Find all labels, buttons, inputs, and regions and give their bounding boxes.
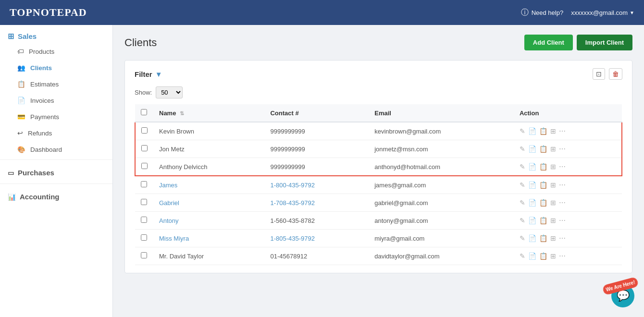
row-checkbox-cell xyxy=(135,194,153,212)
table-icon[interactable]: ⊞ xyxy=(550,234,556,242)
edit-icon[interactable]: ✎ xyxy=(520,127,525,135)
row-contact[interactable]: 1-800-435-9792 xyxy=(264,176,369,194)
filter-icon: ▼ xyxy=(155,70,162,78)
row-contact: 01-45678912 xyxy=(264,247,369,265)
more-icon[interactable]: ⋯ xyxy=(559,127,566,135)
more-icon[interactable]: ⋯ xyxy=(559,252,566,260)
help-icon: ⓘ xyxy=(521,8,529,18)
import-client-button[interactable]: Import Client xyxy=(577,35,632,50)
more-icon[interactable]: ⋯ xyxy=(559,199,566,207)
sidebar-item-payments[interactable]: 💳 Payments xyxy=(0,109,112,125)
document-icon[interactable]: 📄 xyxy=(528,163,536,171)
row-contact: 9999999999 xyxy=(264,122,369,140)
row-checkbox[interactable] xyxy=(141,163,148,169)
table-icon[interactable]: ⊞ xyxy=(550,199,556,207)
row-checkbox[interactable] xyxy=(141,199,147,205)
document-icon[interactable]: 📄 xyxy=(528,234,536,242)
export-icon-button[interactable]: ⊡ xyxy=(593,68,605,80)
document-icon[interactable]: 📄 xyxy=(528,199,536,207)
page-header: Clients Add Client Import Client xyxy=(124,35,632,50)
sidebar-item-estimates[interactable]: 📋 Estimates xyxy=(0,76,112,92)
row-checkbox[interactable] xyxy=(141,181,147,187)
row-checkbox[interactable] xyxy=(141,217,147,223)
action-icons: ✎ 📄 📋 ⊞ ⋯ xyxy=(520,127,616,135)
row-action-cell: ✎ 📄 📋 ⊞ ⋯ xyxy=(514,247,622,265)
edit-icon[interactable]: ✎ xyxy=(520,163,525,171)
row-checkbox[interactable] xyxy=(141,252,147,258)
row-name[interactable]: Gabriel xyxy=(153,194,264,212)
row-action-cell: ✎ 📄 📋 ⊞ ⋯ xyxy=(514,176,622,194)
action-icons: ✎ 📄 📋 ⊞ ⋯ xyxy=(520,252,616,260)
name-sort-icon: ⇅ xyxy=(180,110,184,116)
select-all-checkbox[interactable] xyxy=(141,109,147,115)
table-icon[interactable]: ⊞ xyxy=(550,127,556,135)
row-action-cell: ✎ 📄 📋 ⊞ ⋯ xyxy=(514,140,622,158)
copy-icon[interactable]: 📋 xyxy=(539,199,547,207)
sidebar-item-invoices[interactable]: 📄 Invoices xyxy=(0,92,112,109)
document-icon[interactable]: 📄 xyxy=(528,181,536,189)
copy-icon[interactable]: 📋 xyxy=(539,145,547,153)
show-select[interactable]: 50 25 100 xyxy=(156,86,183,98)
table-icon[interactable]: ⊞ xyxy=(550,217,556,224)
row-contact[interactable]: 1-708-435-9792 xyxy=(264,194,369,212)
row-checkbox[interactable] xyxy=(141,127,148,134)
row-email: kevinbrown@gmail.com xyxy=(369,122,514,140)
copy-icon[interactable]: 📋 xyxy=(539,181,547,189)
document-icon[interactable]: 📄 xyxy=(528,145,536,153)
sidebar-divider2 xyxy=(0,183,112,184)
copy-icon[interactable]: 📋 xyxy=(539,217,547,224)
edit-icon[interactable]: ✎ xyxy=(520,199,525,207)
more-icon[interactable]: ⋯ xyxy=(559,145,566,153)
more-icon[interactable]: ⋯ xyxy=(559,181,566,189)
row-action-cell: ✎ 📄 📋 ⊞ ⋯ xyxy=(514,230,622,247)
edit-icon[interactable]: ✎ xyxy=(520,145,525,153)
copy-icon[interactable]: 📋 xyxy=(539,234,547,242)
document-icon[interactable]: 📄 xyxy=(528,127,536,135)
delete-icon-button[interactable]: 🗑 xyxy=(609,68,622,80)
accounting-icon: 📊 xyxy=(8,193,16,201)
more-icon[interactable]: ⋯ xyxy=(559,163,566,171)
table-icon[interactable]: ⊞ xyxy=(550,145,556,153)
edit-icon[interactable]: ✎ xyxy=(520,181,525,189)
sidebar-purchases-section[interactable]: ▭ Purchases xyxy=(0,162,112,182)
row-checkbox-cell xyxy=(135,212,153,230)
add-client-button[interactable]: Add Client xyxy=(524,35,573,50)
row-contact[interactable]: 1-805-435-9792 xyxy=(264,230,369,247)
row-name[interactable]: James xyxy=(153,176,264,194)
sidebar-divider xyxy=(0,159,112,160)
help-button[interactable]: ⓘ Need help? xyxy=(521,8,564,18)
row-action-cell: ✎ 📄 📋 ⊞ ⋯ xyxy=(514,212,622,230)
estimates-icon: 📋 xyxy=(17,80,25,88)
sidebar-item-clients[interactable]: 👥 Clients xyxy=(0,60,112,76)
edit-icon[interactable]: ✎ xyxy=(520,252,525,260)
sidebar-accounting-section[interactable]: 📊 Accounting xyxy=(0,186,112,206)
filter-row: Filter ▼ ⊡ 🗑 xyxy=(135,68,622,80)
sidebar-item-dashboard[interactable]: 🎨 Dashboard xyxy=(0,141,112,158)
sidebar-item-refunds[interactable]: ↩ Refunds xyxy=(0,125,112,141)
sidebar-item-products[interactable]: 🏷 Products xyxy=(0,44,112,60)
document-icon[interactable]: 📄 xyxy=(528,252,536,260)
document-icon[interactable]: 📄 xyxy=(528,217,536,224)
edit-icon[interactable]: ✎ xyxy=(520,234,525,242)
row-email: antony@gmail.com xyxy=(369,212,514,230)
row-name[interactable]: Miss Miyra xyxy=(153,230,264,247)
more-icon[interactable]: ⋯ xyxy=(559,234,566,242)
row-checkbox-cell xyxy=(135,122,153,140)
more-icon[interactable]: ⋯ xyxy=(559,217,566,224)
edit-icon[interactable]: ✎ xyxy=(520,217,525,224)
table-icon[interactable]: ⊞ xyxy=(550,252,556,260)
copy-icon[interactable]: 📋 xyxy=(539,252,547,260)
row-name: Anthony Delvicch xyxy=(153,158,264,176)
table-icon[interactable]: ⊞ xyxy=(550,181,556,189)
copy-icon[interactable]: 📋 xyxy=(539,163,547,171)
row-email: gabriel@gmail.com xyxy=(369,194,514,212)
row-name[interactable]: Antony xyxy=(153,212,264,230)
sidebar-sales-section[interactable]: ⊞ Sales xyxy=(0,25,112,44)
user-menu[interactable]: xxxxxxx@gmail.com ▼ xyxy=(571,9,634,16)
copy-icon[interactable]: 📋 xyxy=(539,127,547,135)
action-icons: ✎ 📄 📋 ⊞ ⋯ xyxy=(520,181,616,189)
table-icon[interactable]: ⊞ xyxy=(550,163,556,171)
row-checkbox[interactable] xyxy=(141,145,148,151)
sales-icon: ⊞ xyxy=(8,32,14,41)
row-checkbox[interactable] xyxy=(141,234,147,241)
